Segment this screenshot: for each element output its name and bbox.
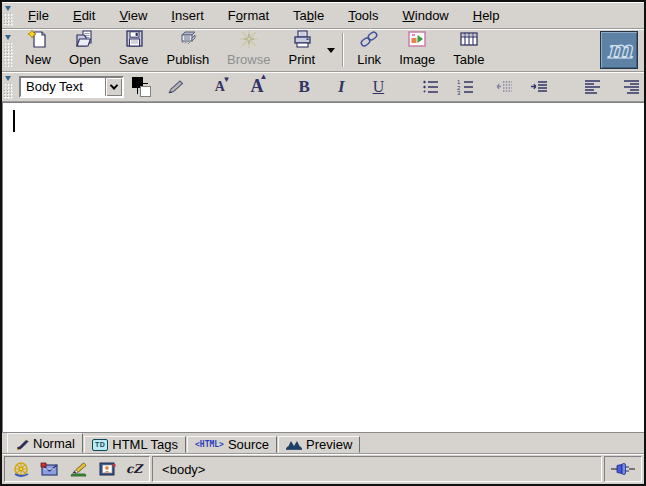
tab-preview[interactable]: Preview	[278, 436, 360, 453]
menu-help[interactable]: Help	[461, 4, 512, 27]
tab-html-tags[interactable]: TD HTML Tags	[84, 436, 186, 453]
browse-button[interactable]: Browse	[218, 31, 279, 69]
composer-icon[interactable]	[69, 461, 89, 477]
increase-font-button[interactable]: A ▲	[244, 75, 269, 99]
table-button[interactable]: Table	[444, 31, 493, 69]
mozilla-m-logo: m	[602, 33, 636, 67]
tab-source-label: Source	[228, 437, 269, 452]
tab-source[interactable]: <HTML> Source	[187, 436, 277, 453]
toolbar-separator	[342, 33, 344, 67]
browse-label: Browse	[227, 52, 270, 67]
indent-button[interactable]	[527, 75, 552, 99]
online-plug-icon	[611, 463, 635, 475]
image-icon	[405, 27, 429, 51]
node-path-text: <body>	[162, 462, 205, 477]
underline-icon: U	[373, 78, 385, 96]
print-icon	[290, 27, 314, 51]
align-right-icon	[623, 79, 640, 95]
menu-view[interactable]: View	[107, 4, 159, 27]
print-button[interactable]: Print	[279, 31, 324, 69]
tab-html-tags-label: HTML Tags	[112, 437, 178, 452]
menu-bar: File Edit View Insert Format Table Tools…	[2, 2, 644, 29]
outdent-button[interactable]	[491, 75, 516, 99]
link-button[interactable]: Link	[348, 31, 390, 69]
open-label: Open	[69, 52, 101, 67]
bulleted-list-button[interactable]	[417, 75, 442, 99]
new-page-icon	[26, 27, 50, 51]
print-dropdown-arrow[interactable]	[324, 31, 338, 69]
link-icon	[357, 27, 381, 51]
paragraph-style-select[interactable]: Body Text	[19, 76, 124, 98]
align-left-button[interactable]	[580, 75, 605, 99]
menu-table[interactable]: Table	[281, 4, 336, 27]
new-label: New	[25, 52, 51, 67]
svg-text:m: m	[607, 35, 633, 64]
publish-icon	[176, 27, 200, 51]
format-toolbar: Body Text A ▼ A ▲ B I	[2, 72, 644, 102]
decrease-font-button[interactable]: A ▼	[207, 75, 232, 99]
link-label: Link	[357, 52, 381, 67]
html-source-icon: <HTML>	[195, 440, 224, 449]
paragraph-style-value: Body Text	[21, 79, 105, 94]
background-color-swatch	[140, 86, 151, 97]
main-toolbar: New Open	[2, 29, 644, 72]
editor-canvas[interactable]	[2, 102, 644, 432]
publish-label: Publish	[166, 52, 209, 67]
browse-icon	[237, 27, 261, 51]
mozilla-throbber[interactable]: m	[600, 31, 638, 69]
chevron-down-icon	[109, 81, 117, 89]
node-path-cell[interactable]: <body>	[152, 456, 602, 482]
combo-dropdown-button[interactable]	[105, 78, 122, 96]
menu-insert[interactable]: Insert	[159, 4, 216, 27]
preview-navigator-icon	[286, 439, 302, 451]
mail-icon[interactable]	[40, 461, 60, 477]
tab-normal[interactable]: Normal	[7, 433, 83, 453]
navigator-icon[interactable]	[12, 461, 31, 478]
publish-button[interactable]: Publish	[157, 31, 218, 69]
edit-mode-tabbar: Normal TD HTML Tags <HTML> Source Previe…	[2, 432, 644, 453]
bulleted-list-icon	[421, 79, 439, 95]
toolbar-grippy[interactable]	[4, 74, 13, 99]
toolbar-grippy[interactable]	[4, 4, 13, 26]
open-folder-icon	[73, 27, 97, 51]
toolbar-grippy[interactable]	[4, 33, 13, 67]
tab-normal-label: Normal	[33, 436, 75, 451]
menu-tools[interactable]: Tools	[336, 4, 390, 27]
save-label: Save	[119, 52, 149, 67]
text-color-picker[interactable]	[131, 76, 152, 98]
pen-icon	[165, 78, 185, 96]
image-label: Image	[399, 52, 435, 67]
italic-button[interactable]: I	[329, 75, 354, 99]
align-left-icon	[584, 79, 601, 95]
svg-text:3: 3	[457, 90, 461, 95]
table-label: Table	[453, 52, 484, 67]
menu-window[interactable]: Window	[391, 4, 461, 27]
underline-button[interactable]: U	[366, 75, 391, 99]
image-button[interactable]: Image	[390, 31, 444, 69]
tab-preview-label: Preview	[306, 437, 352, 452]
align-right-button[interactable]	[619, 75, 644, 99]
numbered-list-button[interactable]: 1 2 3	[452, 75, 477, 99]
indent-icon	[530, 79, 548, 95]
italic-icon: I	[338, 77, 345, 97]
save-button[interactable]: Save	[110, 31, 158, 69]
open-button[interactable]: Open	[60, 31, 110, 69]
numbered-list-icon: 1 2 3	[456, 79, 474, 95]
new-button[interactable]: New	[16, 31, 60, 69]
text-caret	[13, 110, 15, 132]
component-bar: cZ	[4, 456, 150, 482]
menu-file[interactable]: File	[16, 4, 61, 27]
menu-edit[interactable]: Edit	[61, 4, 107, 27]
status-bar: cZ <body>	[2, 453, 644, 484]
online-status-cell[interactable]	[604, 456, 642, 482]
chatzilla-icon[interactable]: cZ	[126, 462, 142, 476]
composer-window: File Edit View Insert Format Table Tools…	[0, 0, 646, 486]
print-label: Print	[288, 52, 315, 67]
save-floppy-icon	[122, 27, 146, 51]
menu-format[interactable]: Format	[216, 4, 281, 27]
bold-icon: B	[298, 77, 309, 97]
address-book-icon[interactable]	[98, 461, 117, 477]
bold-button[interactable]: B	[291, 75, 316, 99]
normal-pen-icon	[15, 437, 29, 450]
highlight-pen-button[interactable]	[162, 75, 187, 99]
